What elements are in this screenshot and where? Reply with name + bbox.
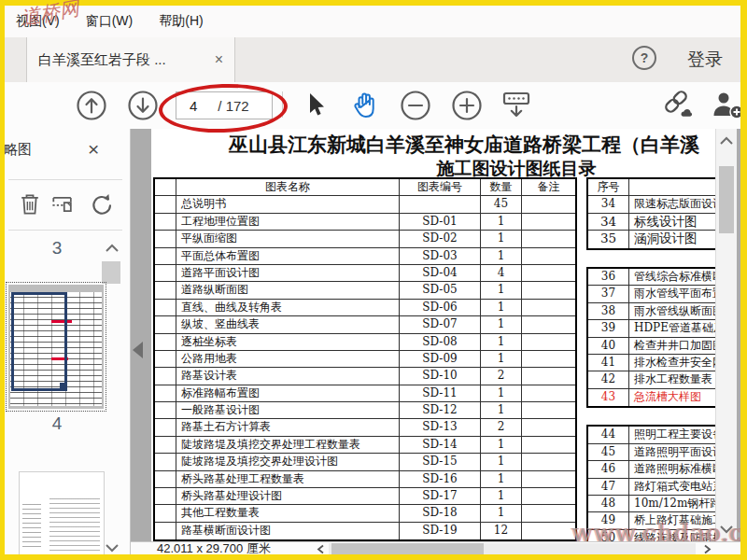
table-row: 37雨水管线平面布置 bbox=[588, 286, 715, 302]
login-button[interactable]: 登录 bbox=[687, 48, 723, 72]
table-row: 39HDPE管道基础及保 bbox=[588, 320, 715, 337]
table-cell: 平纵面缩图 bbox=[176, 231, 400, 246]
table-cell bbox=[155, 214, 176, 230]
rotate-page-icon[interactable] bbox=[87, 190, 115, 218]
table-row: 49桥上路灯基础施工 bbox=[588, 512, 715, 529]
table-cell bbox=[522, 351, 575, 367]
document-area: 巫山县江东新城白羊溪至神女庙道路桥梁工程（白羊溪 施工图设计图纸目录 图表名称图… bbox=[131, 129, 740, 554]
sidebar-scrollbar-thumb[interactable] bbox=[102, 261, 120, 284]
table-cell: 平面总体布置图 bbox=[176, 248, 400, 264]
scroll-up-icon[interactable] bbox=[719, 136, 734, 147]
page-number-input[interactable]: 4 / 172 bbox=[176, 91, 273, 119]
table-cell: 道路照明平面设计 bbox=[629, 444, 715, 460]
table-cell: 48 bbox=[588, 496, 629, 511]
sidebar-scroll-down[interactable] bbox=[104, 542, 120, 553]
scroll-right-icon[interactable] bbox=[702, 544, 712, 554]
crop-page-icon[interactable] bbox=[49, 190, 77, 218]
table-cell bbox=[155, 419, 176, 435]
sidebar-scroll-up[interactable] bbox=[104, 243, 120, 254]
table-row: 46道路照明标准横断 bbox=[588, 461, 715, 478]
table-cell: 41 bbox=[588, 355, 629, 371]
hand-tool-button[interactable] bbox=[347, 89, 381, 122]
table-row: 平面总体布置图SD-031 bbox=[155, 248, 575, 265]
table-cell: 路灯箱式变电站系 bbox=[629, 479, 715, 495]
document-title: 巫山县江东新城白羊溪至神女庙道路桥梁工程（白羊溪 bbox=[229, 132, 699, 158]
select-tool-button[interactable] bbox=[298, 89, 331, 122]
right-table: 序号34限速标志版面设计34标线设计图35涵洞设计图36管线综合标准横断37雨水… bbox=[586, 177, 715, 541]
zoom-out-button[interactable] bbox=[399, 89, 432, 122]
menu-window[interactable]: 窗口(W) bbox=[86, 13, 134, 30]
horizontal-scrollbar-thumb[interactable] bbox=[331, 543, 484, 554]
table-cell: 一般路基设计图 bbox=[176, 402, 400, 418]
table-cell bbox=[155, 300, 176, 315]
table-cell: 45 bbox=[588, 444, 629, 460]
table-cell: 纵坡、竖曲线表 bbox=[176, 316, 400, 332]
collapse-sidebar-handle[interactable] bbox=[133, 342, 143, 358]
table-cell bbox=[629, 179, 715, 195]
document-tab[interactable]: 白羊溪至红岩子段 ... × bbox=[26, 37, 235, 82]
table-cell: 路基土石方计算表 bbox=[176, 419, 400, 435]
thumbnail-view-rectangle[interactable] bbox=[11, 292, 67, 391]
menu-help[interactable]: 帮助(H) bbox=[159, 13, 203, 30]
table-cell: 1 bbox=[481, 316, 522, 332]
table-row: 4810m/12m钢杆路灯 bbox=[588, 496, 715, 512]
panel-close-icon[interactable]: × bbox=[88, 138, 99, 161]
table-cell bbox=[522, 300, 575, 315]
tab-close-icon[interactable]: × bbox=[207, 51, 223, 68]
table-cell bbox=[400, 196, 481, 212]
table-cell: 2 bbox=[481, 368, 522, 384]
table-cell bbox=[155, 179, 176, 195]
table-cell bbox=[522, 454, 575, 469]
status-bar: 42.011 x 29.700 厘米 bbox=[131, 541, 740, 554]
table-cell: 1 bbox=[481, 385, 522, 401]
table-cell: SD-08 bbox=[400, 334, 481, 350]
table-cell: 12 bbox=[481, 523, 522, 539]
table-cell: 40 bbox=[588, 338, 629, 354]
table-cell bbox=[522, 437, 575, 453]
share-link-button[interactable] bbox=[662, 89, 696, 122]
table-cell bbox=[522, 248, 575, 264]
table-cell: 道路平面设计图 bbox=[176, 265, 400, 281]
table-row: 43急流槽大样图 bbox=[588, 389, 715, 406]
fit-width-button[interactable] bbox=[500, 89, 533, 122]
table-cell: 49 bbox=[588, 512, 629, 528]
thumbnail-page-3[interactable] bbox=[6, 282, 106, 412]
table-cell bbox=[155, 488, 176, 504]
next-page-button[interactable] bbox=[126, 89, 160, 122]
table-cell: 照明工程主要设备 bbox=[629, 427, 715, 442]
scroll-down-icon[interactable] bbox=[719, 524, 734, 534]
table-cell: 路基横断面设计图 bbox=[176, 523, 400, 539]
table-segment: 44照明工程主要设备45道路照明平面设计46道路照明标准横断47路灯箱式变电站系… bbox=[586, 425, 715, 541]
table-cell: 路基设计表 bbox=[176, 368, 400, 384]
table-cell bbox=[522, 316, 575, 332]
vertical-scrollbar-thumb[interactable] bbox=[719, 166, 734, 233]
table-cell: 排水工程数量表 bbox=[629, 371, 715, 387]
table-cell bbox=[522, 265, 575, 281]
table-row: 35涵洞设计图 bbox=[588, 231, 715, 247]
table-cell: 1 bbox=[481, 351, 522, 367]
table-segment: 序号34限速标志版面设计34标线设计图35涵洞设计图 bbox=[586, 177, 715, 250]
menu-view[interactable]: 视图(V) bbox=[16, 13, 60, 30]
page-size-label: 42.011 x 29.700 厘米 bbox=[157, 542, 271, 554]
horizontal-scrollbar[interactable] bbox=[329, 543, 696, 554]
view-rectangle-handle[interactable] bbox=[60, 383, 67, 390]
table-cell: 1 bbox=[481, 437, 522, 453]
table-cell: 限速标志版面设计 bbox=[629, 196, 715, 212]
thumbnail-page-4[interactable] bbox=[19, 471, 105, 554]
zoom-in-button[interactable] bbox=[450, 89, 484, 122]
table-cell: 雨水管线平面布置 bbox=[629, 286, 715, 301]
table-row: 陡坡路堤及填挖交界处理设计图SD-151 bbox=[155, 454, 575, 470]
table-cell: 工程地理位置图 bbox=[176, 214, 400, 230]
previous-page-button[interactable] bbox=[75, 89, 108, 122]
table-row: 平纵面缩图SD-021 bbox=[155, 231, 575, 247]
help-icon[interactable]: ? bbox=[632, 46, 656, 70]
thumbnail-4-lines bbox=[22, 500, 41, 551]
scroll-left-icon[interactable] bbox=[316, 544, 326, 554]
vertical-scrollbar[interactable] bbox=[715, 129, 737, 541]
table-cell: SD-15 bbox=[400, 454, 481, 469]
table-cell: 34 bbox=[588, 214, 629, 230]
table-row: 路基土石方计算表SD-132 bbox=[155, 419, 575, 436]
table-cell bbox=[522, 282, 575, 298]
delete-page-icon[interactable] bbox=[16, 190, 44, 218]
add-account-button[interactable] bbox=[712, 89, 745, 122]
